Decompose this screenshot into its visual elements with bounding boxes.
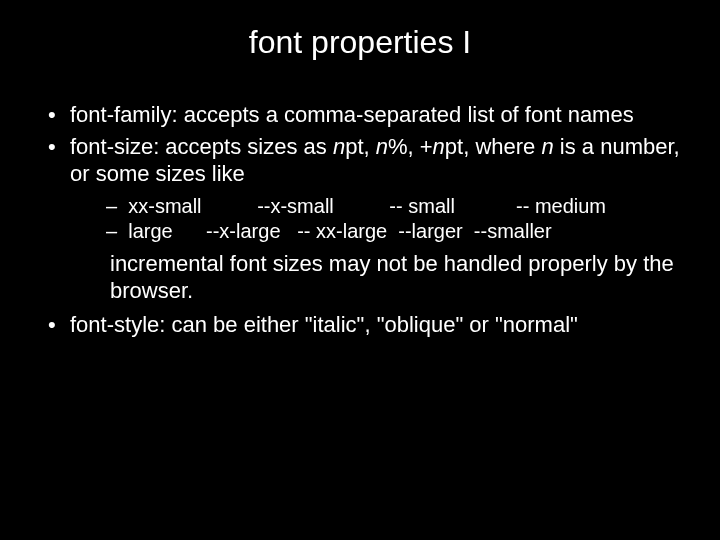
slide: font properties I font-family: accepts a… xyxy=(0,0,720,540)
b2-n4: n xyxy=(541,134,553,159)
size-keywords: – xx-small --x-small -- small -- medium … xyxy=(70,194,690,244)
bullet-list: font-family: accepts a comma-separated l… xyxy=(30,101,690,338)
slide-body: font-family: accepts a comma-separated l… xyxy=(0,101,720,338)
size-row-1: – xx-small --x-small -- small -- medium xyxy=(106,194,690,219)
b2-n1: n xyxy=(333,134,345,159)
bullet-font-family: font-family: accepts a comma-separated l… xyxy=(30,101,690,129)
b2-n2: n xyxy=(376,134,388,159)
b2-pt: pt, xyxy=(345,134,376,159)
size-row-2: – large --x-large -- xx-large --larger -… xyxy=(106,219,690,244)
b2-text-1: font-size: accepts sizes as xyxy=(70,134,333,159)
slide-title: font properties I xyxy=(0,0,720,101)
b2-pt2: pt, where xyxy=(445,134,542,159)
b2-n3: n xyxy=(433,134,445,159)
bullet-font-size: font-size: accepts sizes as npt, n%, +np… xyxy=(30,133,690,305)
b2-pct: %, + xyxy=(388,134,433,159)
incremental-note: incremental font sizes may not be handle… xyxy=(70,250,690,305)
bullet-font-style: font-style: can be either "italic", "obl… xyxy=(30,311,690,339)
